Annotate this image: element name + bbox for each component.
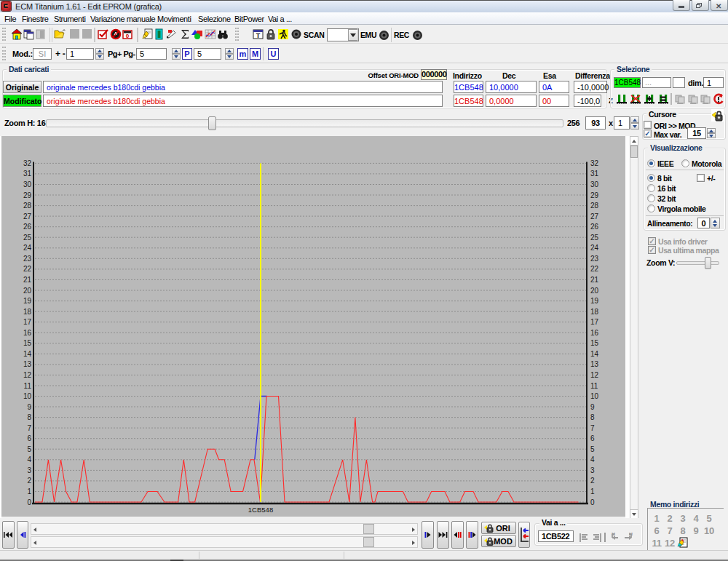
svg-text:7: 7 bbox=[590, 424, 595, 432]
svg-text:4: 4 bbox=[590, 455, 595, 463]
svg-text:27: 27 bbox=[590, 212, 599, 220]
svg-text:31: 31 bbox=[590, 170, 599, 178]
svg-text:8: 8 bbox=[590, 413, 595, 421]
svg-text:3: 3 bbox=[27, 466, 31, 474]
svg-text:23: 23 bbox=[590, 255, 599, 263]
svg-text:7: 7 bbox=[27, 424, 31, 432]
svg-text:0: 0 bbox=[27, 498, 31, 506]
svg-text:1: 1 bbox=[27, 488, 31, 496]
svg-text:1CB548: 1CB548 bbox=[248, 506, 273, 514]
svg-text:18: 18 bbox=[23, 308, 32, 316]
svg-text:4: 4 bbox=[27, 455, 31, 463]
svg-text:10: 10 bbox=[590, 392, 599, 400]
svg-text:17: 17 bbox=[590, 318, 599, 326]
svg-text:18: 18 bbox=[590, 308, 599, 316]
svg-text:20: 20 bbox=[590, 287, 599, 295]
svg-text:27: 27 bbox=[23, 212, 32, 220]
svg-text:25: 25 bbox=[23, 234, 32, 242]
svg-text:30: 30 bbox=[23, 180, 32, 188]
svg-text:23: 23 bbox=[23, 255, 32, 263]
svg-text:32: 32 bbox=[23, 159, 32, 167]
svg-text:16: 16 bbox=[590, 329, 599, 337]
svg-text:31: 31 bbox=[23, 170, 32, 178]
svg-text:12: 12 bbox=[23, 371, 32, 379]
svg-text:1: 1 bbox=[590, 488, 595, 496]
svg-text:13: 13 bbox=[590, 360, 599, 368]
svg-text:5: 5 bbox=[27, 445, 31, 453]
svg-text:6: 6 bbox=[590, 434, 595, 442]
svg-text:16: 16 bbox=[23, 329, 32, 337]
svg-text:21: 21 bbox=[23, 276, 32, 284]
svg-text:M: M bbox=[629, 532, 633, 536]
svg-text:30: 30 bbox=[590, 180, 599, 188]
svg-text:12: 12 bbox=[590, 371, 599, 379]
svg-text:26: 26 bbox=[590, 223, 599, 231]
svg-text:11: 11 bbox=[590, 382, 598, 390]
svg-text:14: 14 bbox=[23, 350, 32, 358]
svg-text:20: 20 bbox=[23, 287, 32, 295]
svg-text:0: 0 bbox=[590, 498, 595, 506]
svg-text:9: 9 bbox=[590, 403, 595, 411]
svg-text:10: 10 bbox=[23, 392, 32, 400]
svg-text:26: 26 bbox=[23, 223, 32, 231]
svg-text:14: 14 bbox=[590, 350, 599, 358]
svg-text:19: 19 bbox=[23, 297, 32, 305]
svg-text:2: 2 bbox=[590, 477, 595, 485]
svg-text:21: 21 bbox=[590, 276, 599, 284]
svg-text:19: 19 bbox=[590, 297, 599, 305]
svg-text:24: 24 bbox=[590, 244, 599, 252]
svg-text:29: 29 bbox=[590, 191, 599, 199]
svg-text:0: 0 bbox=[126, 33, 130, 39]
svg-text:25: 25 bbox=[590, 234, 599, 242]
svg-text:28: 28 bbox=[590, 202, 599, 210]
svg-text:24: 24 bbox=[23, 244, 32, 252]
svg-text:22: 22 bbox=[23, 265, 32, 273]
svg-text:32: 32 bbox=[590, 159, 599, 167]
svg-text:9: 9 bbox=[27, 403, 31, 411]
svg-text:29: 29 bbox=[23, 191, 32, 199]
svg-text:15: 15 bbox=[590, 339, 599, 347]
svg-text:2: 2 bbox=[27, 477, 31, 485]
svg-text:13: 13 bbox=[23, 360, 32, 368]
svg-text:17: 17 bbox=[23, 318, 32, 326]
svg-text:M: M bbox=[612, 532, 615, 536]
svg-text:6: 6 bbox=[27, 434, 31, 442]
svg-text:8: 8 bbox=[27, 413, 31, 421]
svg-text:22: 22 bbox=[590, 265, 599, 273]
svg-text:11: 11 bbox=[24, 382, 32, 390]
svg-text:3: 3 bbox=[590, 466, 595, 474]
svg-text:15: 15 bbox=[23, 339, 32, 347]
svg-text:5: 5 bbox=[590, 445, 595, 453]
svg-text:28: 28 bbox=[23, 202, 32, 210]
svg-text:T: T bbox=[256, 32, 261, 39]
